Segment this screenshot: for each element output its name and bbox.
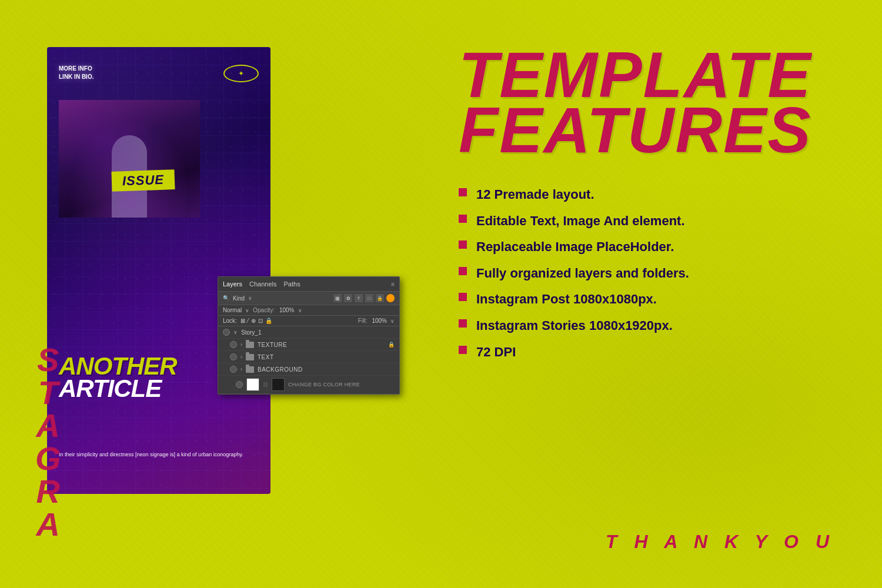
v-letter-g: G bbox=[35, 442, 61, 475]
feature-text-1: 12 Premade layout. bbox=[476, 186, 594, 203]
layer-story-name: Story_1 bbox=[241, 329, 261, 336]
ps-icon-dot bbox=[386, 294, 395, 302]
feature-item-5: Instagram Post 1080x1080px. bbox=[459, 291, 835, 308]
layers-tab-layers[interactable]: Layers bbox=[223, 280, 242, 288]
layer-eye-text bbox=[230, 353, 237, 360]
ps-icon-lock: 🔒 bbox=[376, 294, 384, 302]
layer-name-texture: TEXTURE bbox=[258, 342, 385, 348]
template-title: TEMPLATE FEATURES bbox=[459, 47, 835, 157]
story-eye-icon bbox=[223, 65, 259, 82]
layers-search-row: 🔍 Kind ∨ ▦ ✿ T □ 🔒 bbox=[218, 292, 399, 305]
features-list: 12 Premade layout. Editable Text, Image … bbox=[459, 186, 835, 360]
layers-panel-header: Layers Channels Paths ≡ bbox=[218, 277, 399, 292]
layer-thumb-black bbox=[272, 378, 285, 391]
search-icon: 🔍 bbox=[223, 295, 229, 301]
feature-item-3: Replaceable Image PlaceHolder. bbox=[459, 239, 835, 256]
ps-tool-icons: ▦ ✿ T □ 🔒 bbox=[333, 294, 395, 302]
lock-icon-4: ⊡ bbox=[258, 318, 263, 324]
layer-eye-change-bg bbox=[236, 381, 243, 388]
feature-item-2: Editable Text, Image And element. bbox=[459, 213, 835, 230]
ps-icon-shape: □ bbox=[365, 294, 373, 302]
feature-text-6: Instagram Stories 1080x1920px. bbox=[476, 318, 673, 335]
folder-icon-texture bbox=[246, 342, 254, 348]
thank-you-text: T H A N K Y O U bbox=[459, 513, 835, 553]
feature-text-4: Fully organized layers and folders. bbox=[476, 265, 689, 282]
layers-tab-paths[interactable]: Paths bbox=[284, 280, 300, 288]
layer-eye-story bbox=[223, 329, 230, 336]
layer-chain-icon: ⛓ bbox=[263, 382, 268, 387]
layers-lock-row: Lock: ⊠ ∕ ⊕ ⊡ 🔒 Fill: 100% ∨ bbox=[218, 316, 399, 326]
lock-icon-1: ⊠ bbox=[240, 318, 245, 324]
feature-item-4: Fully organized layers and folders. bbox=[459, 265, 835, 282]
feature-text-3: Replaceable Image PlaceHolder. bbox=[476, 239, 674, 256]
fill-arrow: ∨ bbox=[390, 318, 395, 324]
folder-icon-text bbox=[246, 354, 254, 360]
story-body-text: In their simplicity and directness [neon… bbox=[59, 451, 259, 459]
lock-label: Lock: bbox=[223, 318, 237, 324]
feature-bullet-5 bbox=[459, 293, 467, 301]
feature-text-2: Editable Text, Image And element. bbox=[476, 213, 685, 230]
kind-dropdown-arrow: ∨ bbox=[248, 295, 252, 301]
layer-arrow-story: ∨ bbox=[233, 329, 238, 335]
layer-row-background[interactable]: › BACKGROUND bbox=[218, 363, 399, 376]
opacity-label: Opacity: bbox=[253, 307, 275, 313]
layers-panel-icons: ≡ bbox=[391, 280, 395, 288]
left-panel: MORE INFO LINK IN BIO. ISSUE ANOTHER ART… bbox=[47, 47, 276, 541]
issue-badge: ISSUE bbox=[111, 169, 175, 192]
vertical-letters: S T A G R A bbox=[35, 343, 61, 541]
story-photo bbox=[59, 100, 200, 218]
feature-bullet-4 bbox=[459, 267, 467, 275]
v-letter-a: A bbox=[36, 409, 60, 442]
layer-name-text: TEXT bbox=[258, 354, 395, 360]
feature-bullet-3 bbox=[459, 240, 467, 249]
ps-icon-img: ▦ bbox=[333, 294, 342, 302]
layer-arrow-text: › bbox=[240, 354, 242, 360]
layer-lock-texture: 🔒 bbox=[388, 342, 395, 348]
right-panel: TEMPLATE FEATURES 12 Premade layout. Edi… bbox=[423, 0, 882, 588]
feature-item-1: 12 Premade layout. bbox=[459, 186, 835, 203]
feature-bullet-7 bbox=[459, 346, 467, 354]
feature-text-7: 72 DPI bbox=[476, 344, 516, 361]
blend-arrow: ∨ bbox=[245, 308, 249, 313]
layer-row-texture[interactable]: › TEXTURE 🔒 bbox=[218, 339, 399, 351]
story-header: MORE INFO LINK IN BIO. bbox=[59, 65, 259, 82]
layer-name-background: BACKGROUND bbox=[258, 366, 395, 373]
opacity-arrow: ∨ bbox=[298, 308, 302, 313]
v-letter-r: R bbox=[36, 475, 60, 508]
opacity-value: 100% bbox=[279, 307, 295, 313]
template-title-line2: FEATURES bbox=[459, 102, 835, 158]
layers-panel: Layers Channels Paths ≡ 🔍 Kind ∨ ▦ ✿ T □… bbox=[218, 276, 400, 395]
story-header-text: MORE INFO LINK IN BIO. bbox=[59, 65, 93, 81]
lock-icons: ⊠ ∕ ⊕ ⊡ 🔒 bbox=[240, 318, 272, 324]
fill-value: 100% bbox=[372, 318, 387, 324]
feature-bullet-1 bbox=[459, 188, 467, 196]
layer-arrow-background: › bbox=[240, 366, 242, 372]
blend-mode-label: Normal bbox=[223, 307, 242, 313]
feature-item-6: Instagram Stories 1080x1920px. bbox=[459, 318, 835, 335]
layer-eye-background bbox=[230, 366, 237, 373]
v-letter-a2: A bbox=[36, 508, 60, 541]
layer-arrow-texture: › bbox=[240, 342, 242, 348]
layer-change-text: CHANGE BG COLOR HERE bbox=[288, 382, 360, 387]
layer-eye-texture bbox=[230, 341, 237, 348]
v-letter-s: S bbox=[37, 343, 59, 376]
ps-icon-type: T bbox=[355, 294, 363, 302]
story-card: MORE INFO LINK IN BIO. ISSUE ANOTHER ART… bbox=[47, 47, 270, 494]
lock-icon-2: ∕ bbox=[248, 318, 249, 324]
layer-row-text[interactable]: › TEXT bbox=[218, 351, 399, 363]
feature-item-7: 72 DPI bbox=[459, 344, 835, 361]
layers-blend-row: Normal ∨ Opacity: 100% ∨ bbox=[218, 305, 399, 316]
v-letter-t: T bbox=[38, 376, 58, 409]
lock-icon-5: 🔒 bbox=[265, 318, 272, 324]
folder-icon-background bbox=[246, 366, 254, 373]
layer-row-change-bg[interactable]: ⛓ CHANGE BG COLOR HERE bbox=[218, 376, 399, 394]
ps-icon-adj: ✿ bbox=[344, 294, 352, 302]
fill-label: Fill: bbox=[358, 318, 368, 324]
feature-bullet-2 bbox=[459, 215, 467, 223]
layer-row-story-group[interactable]: ∨ Story_1 bbox=[218, 326, 399, 339]
feature-text-5: Instagram Post 1080x1080px. bbox=[476, 291, 657, 308]
layer-thumb-white bbox=[246, 378, 259, 391]
lock-icon-3: ⊕ bbox=[251, 318, 256, 324]
feature-bullet-6 bbox=[459, 319, 467, 328]
layers-tab-channels[interactable]: Channels bbox=[249, 280, 276, 288]
